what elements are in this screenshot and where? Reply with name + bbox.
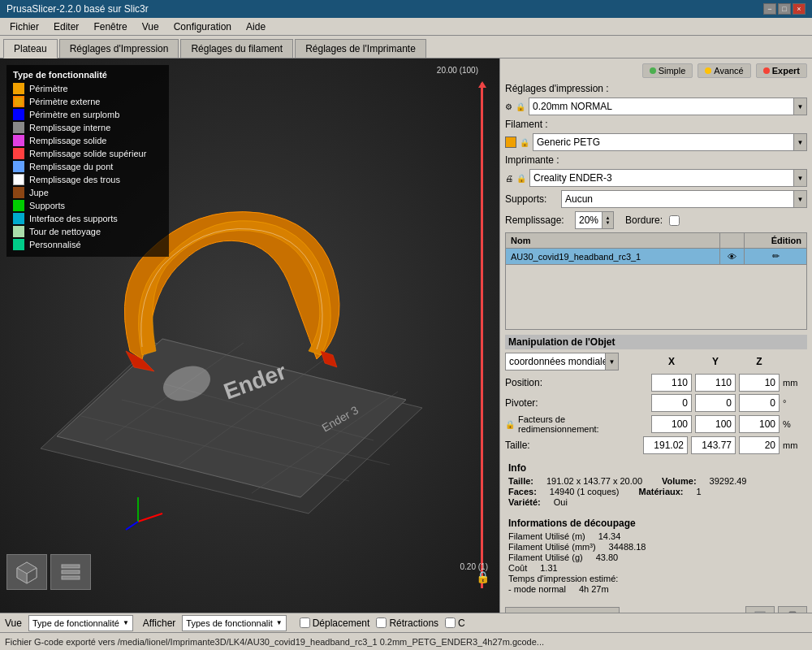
pivoter-y-input[interactable] — [695, 394, 736, 412]
facteurs-y-input[interactable] — [695, 415, 736, 433]
vue-label: Vue — [5, 618, 22, 629]
mode-advanced-button[interactable]: Avancé — [698, 63, 751, 78]
supports-arrow[interactable]: ▼ — [793, 191, 806, 207]
coord-system-dropdown[interactable]: coordonnées mondiales ▼ — [505, 353, 619, 370]
print-settings-value: 0.20mm NORMAL — [529, 101, 793, 112]
export-gcode-button[interactable]: Exporter le G-code — [505, 607, 620, 613]
bordure-checkbox[interactable] — [669, 215, 680, 226]
menu-configuration[interactable]: Configuration — [167, 20, 238, 34]
filament-m-label: Filament Utilisé (m) — [508, 531, 585, 541]
mode-normal-label: - mode normal — [508, 584, 566, 594]
object-edit[interactable]: ✏ — [745, 249, 807, 265]
coord-system-value: coordonnées mondiales — [506, 356, 605, 367]
send-to-printer-button[interactable] — [745, 606, 775, 613]
taille-y-input[interactable] — [691, 436, 736, 454]
menu-aide[interactable]: Aide — [240, 20, 272, 34]
taille-x-input[interactable] — [643, 436, 688, 454]
pivoter-z-input[interactable] — [739, 394, 780, 412]
pivoter-row: Pivoter: ° — [505, 394, 807, 412]
menu-fenetre[interactable]: Fenêtre — [87, 20, 133, 34]
coord-z-header: Z — [739, 356, 780, 367]
type-fonct-arrow-1: ▼ — [123, 619, 129, 626]
retractions-checkbox[interactable] — [376, 618, 387, 628]
mode-advanced-label: Avancé — [714, 66, 744, 76]
filament-arrow[interactable]: ▼ — [793, 134, 806, 150]
legend-label-perimetre: Périmètre — [29, 84, 68, 93]
close-button[interactable]: × — [793, 3, 806, 15]
type-fonct-dropdown-1[interactable]: Type de fonctionnalité ▼ — [28, 615, 133, 631]
remplissage-value: 20% — [576, 214, 602, 226]
position-y-input[interactable] — [695, 374, 736, 392]
tab-imprimante[interactable]: Réglages de l'Imprimante — [295, 39, 426, 58]
svg-line-13 — [126, 522, 138, 530]
svg-rect-20 — [62, 565, 80, 568]
facteurs-z-input[interactable] — [739, 415, 780, 433]
decoupage-title: Informations de découpage — [508, 518, 804, 529]
mode-simple-button[interactable]: Simple — [642, 63, 693, 78]
filament-mm3-label: Filament Utilisé (mm³) — [508, 542, 596, 552]
scale-lock-icon[interactable]: 🔒 — [476, 570, 490, 583]
remplissage-stepper[interactable]: ▲ ▼ — [602, 212, 613, 228]
viewport-3d[interactable]: Type de fonctionnalité Périmètre Périmèt… — [0, 58, 499, 613]
c-checkbox[interactable] — [445, 618, 456, 628]
filament-g-value: 43.80 — [596, 552, 619, 562]
object-visibility[interactable]: 👁 — [720, 249, 745, 265]
pivoter-x-input[interactable] — [651, 394, 692, 412]
usb-export-button[interactable] — [778, 606, 807, 613]
table-row[interactable]: AU30_covid19_headband_rc3_1 👁 ✏ — [506, 249, 807, 265]
filament-mm3-value: 34488.18 — [609, 542, 646, 552]
info-materiaux-value: 1 — [697, 487, 702, 496]
facteurs-x-input[interactable] — [651, 415, 692, 433]
supports-dropdown[interactable]: Aucun ▼ — [561, 190, 807, 208]
legend-panel: Type de fonctionnalité Périmètre Périmèt… — [6, 65, 169, 257]
legend-label-personnalise: Personnalisé — [29, 240, 81, 249]
cout-row: Coût 1.31 — [508, 563, 804, 573]
legend-label-pont: Remplissage du pont — [29, 162, 113, 171]
decoupage-section: Informations de découpage Filament Utili… — [505, 514, 807, 598]
deplacement-checkbox[interactable] — [300, 618, 310, 628]
legend-color-remplissage-interne — [13, 122, 24, 133]
tab-plateau[interactable]: Plateau — [3, 39, 58, 58]
position-z-input[interactable] — [739, 374, 780, 392]
menu-vue[interactable]: Vue — [136, 20, 166, 34]
legend-title: Type de fonctionnalité — [13, 70, 162, 80]
tab-impression[interactable]: Réglages d'Impression — [59, 39, 179, 58]
filament-m-row: Filament Utilisé (m) 14.34 — [508, 531, 804, 541]
cube-view-button[interactable] — [6, 554, 47, 590]
layers-view-button[interactable] — [50, 554, 91, 590]
filament-g-row: Filament Utilisé (g) 43.80 — [508, 552, 804, 562]
taille-z-input[interactable] — [739, 436, 780, 454]
filament-color-swatch — [505, 136, 516, 148]
taille-label: Taille: — [505, 440, 640, 451]
pivoter-label: Pivoter: — [505, 397, 648, 409]
menu-fichier[interactable]: Fichier — [3, 20, 45, 34]
taille-unit: mm — [783, 440, 807, 450]
printer-dropdown[interactable]: Creality ENDER-3 ▼ — [529, 169, 807, 187]
bordure-label: Bordure: — [625, 214, 663, 226]
coord-system-arrow[interactable]: ▼ — [605, 353, 618, 370]
print-settings-arrow[interactable]: ▼ — [793, 98, 806, 115]
mode-expert-button[interactable]: Expert — [756, 63, 807, 78]
printer-arrow[interactable]: ▼ — [793, 170, 806, 186]
type-fonct-dropdown-2[interactable]: Types de fonctionnalit ▼ — [182, 615, 286, 631]
export-row: Exporter le G-code — [505, 603, 807, 613]
lock-icon-facteurs[interactable]: 🔒 — [505, 420, 515, 429]
minimize-button[interactable]: − — [763, 3, 776, 15]
filament-dropdown[interactable]: Generic PETG ▼ — [533, 133, 807, 151]
info-taille-label: Taille: — [508, 476, 533, 486]
maximize-button[interactable]: □ — [778, 3, 791, 15]
tab-filament[interactable]: Réglages du filament — [180, 39, 293, 58]
print-settings-dropdown[interactable]: 0.20mm NORMAL ▼ — [529, 98, 807, 115]
info-variete-label: Variété: — [508, 497, 541, 507]
legend-color-remplissage-solide — [13, 135, 24, 146]
type-fonct-arrow-2: ▼ — [276, 619, 283, 626]
svg-rect-18 — [62, 576, 80, 579]
retractions-label: Rétractions — [389, 618, 438, 629]
col-nom: Nom — [506, 233, 720, 249]
position-x-input[interactable] — [651, 374, 692, 392]
legend-jupe: Jupe — [13, 187, 162, 198]
status-bar: Fichier G-code exporté vers /media/lione… — [0, 632, 812, 650]
menu-editer[interactable]: Editer — [47, 20, 85, 34]
status-text: Fichier G-code exporté vers /media/lione… — [5, 637, 544, 647]
mode-selector: Simple Avancé Expert — [505, 63, 807, 78]
